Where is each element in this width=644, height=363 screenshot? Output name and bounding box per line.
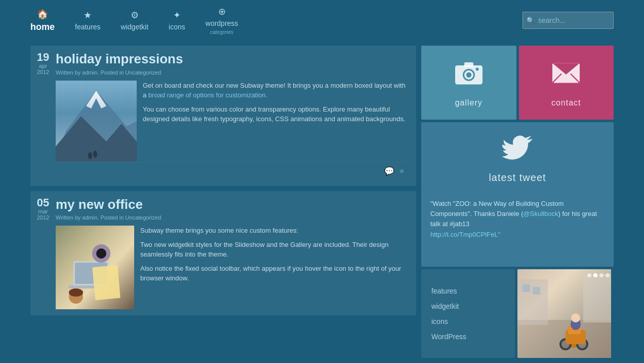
tweet-tile: latest tweet "Watch "ZOO: a New Way of B… <box>421 122 614 267</box>
nav-features-label: features <box>75 23 101 31</box>
gallery-tile[interactable]: gallery <box>421 46 516 120</box>
svg-point-19 <box>466 72 472 78</box>
post-day-1: 19 <box>30 52 56 63</box>
diamond-icon: ✦ <box>173 10 181 21</box>
post-p2-2: Two new widgetkit styles for the Slidesh… <box>140 240 410 260</box>
top-tiles-row: gallery contact <box>421 46 614 120</box>
site-header: 🏠 home ★ features ⚙ widgetkit ✦ icons ⊕ … <box>0 0 644 41</box>
post-image-mountain <box>56 81 137 162</box>
search-container: 🔍 <box>522 12 614 29</box>
tweet-header: latest tweet <box>421 122 614 194</box>
nav-link-widgetkit[interactable]: widgetkit <box>431 302 505 310</box>
svg-point-5 <box>93 151 97 158</box>
contact-label: contact <box>551 98 581 107</box>
street-photo-svg <box>517 269 611 358</box>
nav-features[interactable]: ★ features <box>75 10 101 31</box>
contact-tile[interactable]: contact <box>519 46 614 120</box>
nav-widgetkit[interactable]: ⚙ widgetkit <box>121 10 148 31</box>
post-month-2: mar <box>30 208 56 214</box>
post-p2-3: Also notice the fixed social toolbar, wh… <box>140 264 410 283</box>
photo-dots <box>587 273 610 277</box>
dot-3 <box>599 273 603 277</box>
post-text-2: Subway theme brings you some nice custom… <box>140 226 410 309</box>
post-p2-1: Subway theme brings you some nice custom… <box>140 226 410 236</box>
forward-icon[interactable]: » <box>399 166 404 175</box>
nav-icons-label: icons <box>169 23 185 31</box>
comment-icon[interactable]: 💬 <box>384 166 394 176</box>
nav-links-tile: features widgetkit icons WordPress <box>421 269 515 358</box>
svg-rect-39 <box>583 274 611 322</box>
tweet-handle[interactable]: @Skullbock <box>524 210 558 217</box>
post-card-1: 19 apr 2012 holiday impressions Written … <box>30 46 416 186</box>
main-nav: 🏠 home ★ features ⚙ widgetkit ✦ icons ⊕ … <box>30 6 238 35</box>
post-meta-1: Written by admin. Posted in Uncategorize… <box>56 69 410 76</box>
right-second-row: features widgetkit icons WordPress <box>421 269 614 358</box>
post-date-1: 19 apr 2012 <box>30 46 56 186</box>
post-link-1[interactable]: broad range of options for customization… <box>148 91 268 99</box>
nav-home[interactable]: 🏠 home <box>30 9 55 32</box>
nav-home-label: home <box>30 22 55 32</box>
nav-wordpress[interactable]: ⊕ wordpress categories <box>206 6 238 35</box>
mountain-svg <box>56 81 137 162</box>
gallery-label: gallery <box>455 98 482 107</box>
office-svg <box>56 226 134 309</box>
gear-icon: ⚙ <box>131 10 139 21</box>
post-footer-1: 💬 » <box>56 162 410 180</box>
nav-widgetkit-label: widgetkit <box>121 23 148 31</box>
post-body-1: holiday impressions Written by admin. Po… <box>56 46 416 186</box>
dot-1 <box>587 273 591 277</box>
nav-wp-sub: categories <box>210 29 233 35</box>
svg-point-14 <box>96 248 106 259</box>
photo-tile <box>517 269 614 358</box>
search-icon: 🔍 <box>527 17 535 24</box>
camera-icon <box>454 58 484 90</box>
svg-point-12 <box>69 288 83 297</box>
post-day-2: 05 <box>30 197 56 208</box>
posts-column: 19 apr 2012 holiday impressions Written … <box>30 41 416 363</box>
svg-rect-37 <box>522 284 530 292</box>
tweet-link[interactable]: http://t.co/Tmp0CPlFeL" <box>430 231 500 238</box>
post-title-1: holiday impressions <box>56 52 410 66</box>
post-p1: Get on board and check our new Subway th… <box>143 81 410 100</box>
svg-point-20 <box>475 68 478 71</box>
mail-icon <box>551 58 581 90</box>
search-input[interactable] <box>522 12 614 29</box>
wp-icon: ⊕ <box>218 6 226 17</box>
svg-rect-38 <box>533 287 540 295</box>
post-title-2: my new office <box>56 197 410 212</box>
nav-icons[interactable]: ✦ icons <box>169 10 185 31</box>
svg-point-35 <box>571 313 580 322</box>
post-year-2: 2012 <box>30 214 56 221</box>
dot-2 <box>593 273 597 277</box>
svg-rect-16 <box>464 62 473 67</box>
main-content: 19 apr 2012 holiday impressions Written … <box>0 41 644 363</box>
post-text-1: Get on board and check our new Subway th… <box>143 81 410 162</box>
post-card-2: 05 mar 2012 my new office Written by adm… <box>30 191 416 316</box>
nav-link-features[interactable]: features <box>431 287 505 295</box>
tweet-body: "Watch "ZOO: a New Way of Building Custo… <box>421 194 614 245</box>
post-inner-2: Subway theme brings you some nice custom… <box>56 226 410 309</box>
nav-wp-label: wordpress <box>206 19 238 27</box>
post-date-2: 05 mar 2012 <box>30 191 56 316</box>
nav-link-wordpress[interactable]: WordPress <box>431 333 505 341</box>
twitter-icon <box>502 132 533 165</box>
post-month-1: apr <box>30 63 56 69</box>
home-icon: 🏠 <box>37 9 48 20</box>
tweet-title: latest tweet <box>489 172 546 184</box>
dot-4 <box>606 273 610 277</box>
post-year-1: 2012 <box>30 69 56 75</box>
post-inner-1: Get on board and check our new Subway th… <box>56 81 410 162</box>
post-image-office <box>56 226 134 309</box>
svg-rect-36 <box>517 279 548 325</box>
post-body-2: my new office Written by admin. Posted i… <box>56 191 416 316</box>
star-icon: ★ <box>84 10 92 21</box>
post-p2: You can choose from various color and tr… <box>143 104 410 124</box>
svg-point-4 <box>88 152 92 159</box>
post-meta-2: Written by admin. Posted in Uncategorize… <box>56 214 410 221</box>
right-column: gallery contact <box>421 41 614 363</box>
svg-rect-10 <box>92 265 120 300</box>
nav-link-icons[interactable]: icons <box>431 317 505 325</box>
